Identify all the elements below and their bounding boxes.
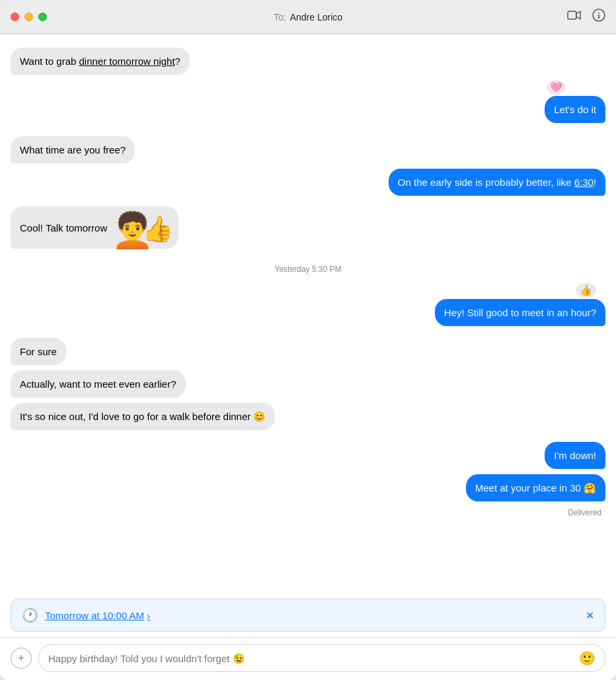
messages-window: To: Andre Lorico i Want to grab dinn bbox=[0, 0, 616, 680]
bubble-sent-meet: Meet at your place in 30 🤗 bbox=[466, 474, 605, 501]
scheduled-text[interactable]: Tomorrow at 10:00 AM › bbox=[45, 610, 579, 621]
bubble-received: Actually, want to meet even earlier? bbox=[11, 370, 186, 398]
delivered-status: Delivered bbox=[11, 508, 605, 517]
info-icon[interactable]: i bbox=[592, 9, 605, 25]
message-row: What time are you free? bbox=[11, 136, 605, 163]
clock-icon: 🕐 bbox=[22, 607, 38, 623]
message-input-wrapper: 🙂 bbox=[38, 644, 605, 672]
message-input[interactable] bbox=[48, 653, 574, 664]
traffic-lights bbox=[11, 13, 47, 21]
scheduled-banner[interactable]: 🕐 Tomorrow at 10:00 AM › ✕ bbox=[11, 599, 605, 632]
bubble-sent: Let's do it bbox=[545, 96, 605, 123]
add-media-button[interactable]: + bbox=[11, 648, 32, 669]
bubble-sent: Hey! Still good to meet in an hour? bbox=[435, 299, 605, 326]
message-row: Want to grab dinner tomorrow night? bbox=[11, 48, 605, 75]
message-row: It's so nice out, I'd love to go for a w… bbox=[11, 403, 605, 430]
message-row: Cool! Talk tomorrow 🧑‍🦱 👍 bbox=[11, 206, 605, 249]
message-row: Hey! Still good to meet in an hour? bbox=[11, 299, 605, 326]
recipient-name: Andre Lorico bbox=[290, 12, 342, 22]
message-row: Let's do it bbox=[11, 96, 605, 123]
svg-text:i: i bbox=[597, 11, 600, 21]
bubble-sent: On the early side is probably better, li… bbox=[389, 169, 605, 196]
bubble-received: For sure bbox=[11, 338, 66, 365]
heart-reaction: 🩷 bbox=[11, 80, 605, 95]
svg-rect-0 bbox=[568, 11, 576, 19]
message-row: Actually, want to meet even earlier? bbox=[11, 370, 605, 398]
tapback-above-right: 👍 bbox=[11, 283, 605, 298]
message-row: Meet at your place in 30 🤗 bbox=[11, 474, 605, 501]
cool-talk-text: Cool! Talk tomorrow bbox=[20, 221, 107, 235]
titlebar-actions: i bbox=[567, 9, 605, 25]
titlebar: To: Andre Lorico i bbox=[0, 0, 616, 34]
scheduled-close-button[interactable]: ✕ bbox=[586, 609, 594, 622]
close-button[interactable] bbox=[11, 13, 19, 21]
message-row: On the early side is probably better, li… bbox=[11, 169, 605, 196]
bubble-received: Want to grab dinner tomorrow night? bbox=[11, 48, 190, 75]
thumbs-up-sticker: 👍 bbox=[142, 216, 173, 241]
titlebar-center: To: Andre Lorico bbox=[274, 12, 342, 22]
message-row: For sure bbox=[11, 338, 605, 365]
time-separator: Yesterday 5:30 PM bbox=[11, 265, 605, 274]
message-row: I'm down! bbox=[11, 442, 605, 469]
bubble-sent: I'm down! bbox=[545, 442, 605, 469]
input-area: + 🙂 bbox=[0, 637, 616, 680]
bubble-received: It's so nice out, I'd love to go for a w… bbox=[11, 403, 275, 430]
plus-icon: + bbox=[18, 652, 25, 664]
bubble-received-memoji: Cool! Talk tomorrow 🧑‍🦱 👍 bbox=[11, 206, 178, 249]
thumbs-up-tapback: 👍 bbox=[576, 283, 596, 298]
maximize-button[interactable] bbox=[38, 13, 47, 21]
chat-area: Want to grab dinner tomorrow night? 🩷 Le… bbox=[0, 34, 616, 593]
video-call-icon[interactable] bbox=[567, 10, 582, 24]
emoji-picker-button[interactable]: 🙂 bbox=[579, 650, 596, 666]
minimize-button[interactable] bbox=[24, 13, 33, 21]
bubble-received: What time are you free? bbox=[11, 136, 135, 163]
to-label: To: bbox=[274, 12, 286, 22]
